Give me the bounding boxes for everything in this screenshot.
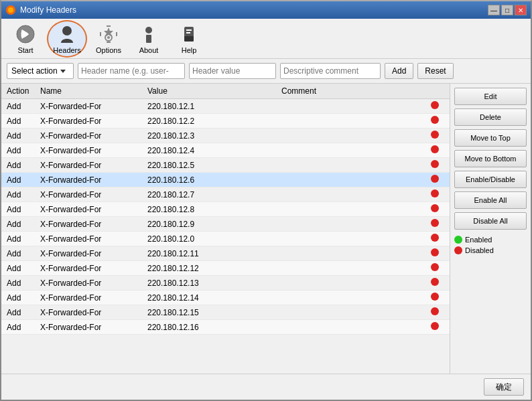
toolbar-help[interactable]: Help (170, 21, 208, 56)
row-status (431, 248, 450, 258)
main-window: Modify Headers — □ ✕ Start (0, 0, 532, 401)
main-content: Action Name Value Comment Add X-Forwarde… (1, 84, 531, 374)
table-row[interactable]: Add X-Forwarded-For 220.180.12.12 (1, 261, 450, 276)
title-controls: — □ ✕ (488, 5, 527, 15)
table-row[interactable]: Add X-Forwarded-For 220.180.12.1 (1, 99, 450, 114)
row-status (431, 307, 450, 317)
row-status (431, 145, 450, 155)
row-action: Add (1, 293, 35, 303)
legend-disabled-label: Disabled (465, 246, 494, 254)
help-icon (178, 23, 200, 45)
legend-disabled: Disabled (454, 246, 527, 254)
disable-all-button[interactable]: Disable All (454, 212, 527, 230)
header-comment-input[interactable] (280, 63, 381, 79)
status-dot-icon (431, 307, 439, 315)
title-bar: Modify Headers — □ ✕ (1, 1, 531, 19)
table-row[interactable]: Add X-Forwarded-For 220.180.12.4 (1, 143, 450, 158)
row-action: Add (1, 190, 35, 199)
enable-disable-button[interactable]: Enable/Disable (454, 171, 527, 188)
table-row[interactable]: Add X-Forwarded-For 220.180.12.14 (1, 291, 450, 305)
table-row[interactable]: Add X-Forwarded-For 220.180.12.9 (1, 217, 450, 232)
svg-point-5 (107, 36, 110, 39)
status-dot-icon (431, 101, 439, 109)
header-name-input[interactable] (78, 63, 185, 79)
svg-point-6 (145, 27, 152, 33)
row-status (431, 189, 450, 199)
svg-point-3 (62, 26, 72, 35)
table-row[interactable]: Add X-Forwarded-For 220.180.12.16 (1, 320, 450, 335)
col-header-name: Name (35, 86, 142, 96)
row-action: Add (1, 146, 35, 155)
row-action: Add (1, 323, 35, 332)
legend-enabled: Enabled (454, 236, 527, 244)
table-row[interactable]: Add X-Forwarded-For 220.180.12.5 (1, 158, 450, 173)
start-icon (15, 23, 36, 45)
help-label: Help (182, 46, 197, 54)
row-name: X-Forwarded-For (35, 205, 142, 214)
add-button[interactable]: Add (385, 63, 413, 79)
row-value: 220.180.12.15 (142, 308, 276, 317)
table-row[interactable]: Add X-Forwarded-For 220.180.12.15 (1, 305, 450, 320)
headers-icon (56, 23, 78, 45)
edit-button[interactable]: Edit (454, 88, 527, 105)
reset-button[interactable]: Reset (417, 63, 453, 79)
row-action: Add (1, 175, 35, 185)
table-scroll[interactable]: Add X-Forwarded-For 220.180.12.1 Add X-F… (1, 99, 450, 374)
about-icon (138, 23, 159, 45)
move-bottom-button[interactable]: Move to Bottom (454, 150, 527, 167)
row-status (431, 219, 450, 229)
row-name: X-Forwarded-For (35, 102, 142, 111)
toolbar-about[interactable]: About (130, 21, 168, 56)
row-name: X-Forwarded-For (35, 264, 142, 273)
table-row[interactable]: Add X-Forwarded-For 220.180.12.0 (1, 232, 450, 246)
row-name: X-Forwarded-For (35, 190, 142, 199)
row-value: 220.180.12.7 (142, 190, 276, 199)
row-status (431, 131, 450, 141)
title-bar-left: Modify Headers (5, 5, 76, 15)
table-row[interactable]: Add X-Forwarded-For 220.180.12.13 (1, 276, 450, 291)
maximize-button[interactable]: □ (501, 5, 513, 15)
dropdown-chevron-icon (60, 70, 66, 73)
table-row[interactable]: Add X-Forwarded-For 220.180.12.6 (1, 173, 450, 187)
minimize-button[interactable]: — (488, 5, 500, 15)
close-button[interactable]: ✕ (515, 5, 527, 15)
status-dot-icon (431, 234, 439, 242)
delete-button[interactable]: Delete (454, 108, 527, 126)
row-action: Add (1, 131, 35, 141)
row-name: X-Forwarded-For (35, 116, 142, 126)
row-status (431, 204, 450, 214)
table-row[interactable]: Add X-Forwarded-For 220.180.12.7 (1, 187, 450, 202)
status-dot-icon (431, 204, 439, 212)
select-action-dropdown[interactable]: Select action (7, 63, 74, 79)
headers-label: Headers (53, 46, 81, 54)
row-status (431, 175, 450, 185)
row-value: 220.180.12.12 (142, 264, 276, 273)
legend-enabled-label: Enabled (465, 236, 492, 244)
row-name: X-Forwarded-For (35, 161, 142, 170)
table-row[interactable]: Add X-Forwarded-For 220.180.12.11 (1, 246, 450, 261)
toolbar-options[interactable]: Options (90, 21, 127, 56)
row-value: 220.180.12.5 (142, 161, 276, 170)
row-name: X-Forwarded-For (35, 146, 142, 155)
table-row[interactable]: Add X-Forwarded-For 220.180.12.3 (1, 129, 450, 143)
row-status (431, 278, 450, 288)
row-action: Add (1, 161, 35, 170)
status-dot-icon (431, 322, 439, 330)
row-status (431, 263, 450, 273)
status-dot-icon (431, 116, 439, 124)
row-value: 220.180.12.6 (142, 175, 276, 185)
table-row[interactable]: Add X-Forwarded-For 220.180.12.2 (1, 114, 450, 129)
row-status (431, 101, 450, 111)
toolbar-headers[interactable]: Headers (47, 20, 87, 58)
status-dot-icon (431, 248, 439, 256)
header-value-input[interactable] (189, 63, 276, 79)
ok-button[interactable]: 确定 (484, 378, 524, 396)
row-value: 220.180.12.0 (142, 234, 276, 244)
move-top-button[interactable]: Move to Top (454, 129, 527, 147)
table-row[interactable]: Add X-Forwarded-For 220.180.12.8 (1, 202, 450, 217)
svg-rect-11 (186, 32, 190, 33)
enable-all-button[interactable]: Enable All (454, 191, 527, 209)
row-action: Add (1, 234, 35, 244)
options-label: Options (96, 46, 121, 54)
toolbar-start[interactable]: Start (7, 21, 44, 56)
